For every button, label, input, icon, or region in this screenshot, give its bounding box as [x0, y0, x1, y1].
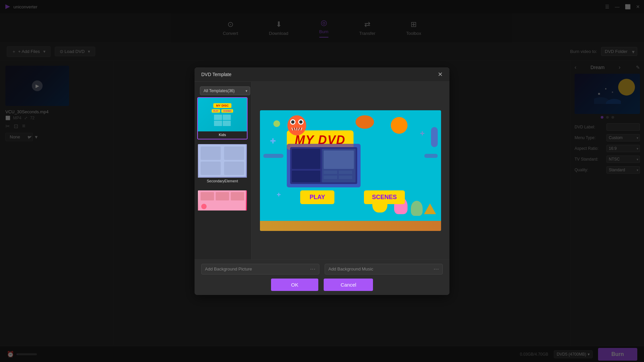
svg-point-16: [201, 204, 207, 209]
bg-picture-more-icon[interactable]: ···: [310, 266, 316, 272]
svg-rect-9: [201, 162, 221, 175]
kids-cell-3: [214, 121, 222, 126]
dvd-scenes-button[interactable]: SCENES: [364, 190, 405, 204]
kids-buttons-row: PLAY SCENES: [212, 109, 233, 113]
modal-title: DVD Template: [201, 72, 231, 77]
template-filter-select[interactable]: All Templates(36) Kids Sport Travel Wedd…: [200, 86, 250, 95]
modal-overlay: DVD Template ✕ All Templates(36) Kids Sp…: [0, 0, 644, 362]
character-head: [391, 117, 408, 134]
kids-grid: [214, 115, 231, 126]
dvd-play-button[interactable]: PLAY: [300, 190, 334, 204]
bg-music-more-icon[interactable]: ···: [434, 266, 439, 272]
modal-body: All Templates(36) Kids Sport Travel Wedd…: [195, 82, 449, 259]
green-character: [411, 201, 423, 216]
pink-preview-svg: [199, 190, 246, 210]
planet-decoration: [356, 115, 374, 129]
template-filter-dropdown-wrap: All Templates(36) Kids Sport Travel Wedd…: [197, 84, 249, 97]
svg-rect-14: [216, 192, 229, 200]
kids-template-preview: MY DISC PLAY SCENES: [198, 98, 247, 131]
star-decoration: [273, 120, 280, 127]
triangle-decoration: [424, 203, 436, 214]
modal-footer: Add Background Picture ··· Add Backgroun…: [195, 259, 449, 295]
svg-rect-22: [324, 171, 337, 174]
dvd-background: ✛ ✛ ✛ MY DVD: [260, 110, 441, 231]
kids-template-label: Kids: [198, 131, 247, 139]
svg-rect-8: [224, 146, 244, 160]
scene-preview-svg: [290, 147, 357, 184]
kids-cell-4: [223, 121, 231, 126]
pink-template-label: [198, 210, 247, 214]
template-card-kids[interactable]: MY DISC PLAY SCENES Kids: [197, 97, 248, 139]
preview-area: ✛ ✛ ✛ MY DVD: [252, 82, 449, 259]
svg-point-26: [287, 115, 306, 135]
bottom-strip: [260, 221, 441, 231]
template-filter-select-wrap: All Templates(36) Kids Sport Travel Wedd…: [200, 86, 250, 95]
cross-decoration: ✛: [270, 137, 276, 145]
cross-decoration-3: ✛: [277, 192, 281, 197]
svg-rect-19: [292, 171, 320, 182]
svg-rect-7: [201, 146, 221, 160]
modal-ok-button[interactable]: OK: [271, 279, 319, 291]
svg-text:My Disc: My Disc: [218, 175, 227, 177]
kids-play-btn: PLAY: [212, 109, 220, 113]
bg-picture-input[interactable]: Add Background Picture ···: [201, 264, 319, 275]
svg-rect-23: [339, 171, 352, 174]
cross-decoration-2: ✛: [420, 130, 424, 137]
svg-point-29: [291, 120, 294, 124]
dvd-preview-canvas: ✛ ✛ ✛ MY DVD: [260, 110, 441, 231]
template-card-secondary[interactable]: My Disc SecondaryElement: [197, 143, 248, 186]
svg-rect-10: [224, 162, 244, 175]
svg-rect-21: [324, 150, 354, 169]
background-controls: Add Background Picture ··· Add Backgroun…: [201, 264, 443, 275]
monster-svg: [287, 114, 307, 137]
bg-music-input[interactable]: Add Background Music ···: [325, 264, 443, 275]
kids-cell-2: [223, 115, 231, 120]
svg-rect-18: [292, 149, 320, 169]
svg-rect-15: [231, 192, 244, 200]
modal-close-button[interactable]: ✕: [438, 71, 443, 77]
modal-actions: OK Cancel: [201, 279, 443, 291]
purple-pill: [431, 127, 438, 147]
secondary-template-label: SecondaryElement: [198, 178, 247, 185]
secondary-template-preview: My Disc: [198, 144, 247, 178]
dvd-template-modal: DVD Template ✕ All Templates(36) Kids Sp…: [195, 67, 449, 295]
modal-header: DVD Template ✕: [195, 67, 449, 82]
svg-rect-13: [201, 192, 214, 200]
kids-title-bar: MY DISC: [213, 103, 231, 108]
blue-bar-right: [424, 154, 438, 158]
modal-cancel-button[interactable]: Cancel: [324, 279, 373, 291]
kids-scenes-btn: SCENES: [221, 109, 233, 113]
scene-preview-box: [287, 144, 361, 187]
blue-bar-left: [263, 154, 283, 158]
bg-music-label: Add Background Music: [328, 266, 434, 272]
monster-character: [287, 114, 307, 137]
pink-template-preview: [198, 190, 247, 210]
template-sidebar: All Templates(36) Kids Sport Travel Wedd…: [195, 82, 252, 259]
svg-rect-24: [324, 176, 337, 179]
svg-rect-25: [339, 176, 352, 179]
template-card-pink[interactable]: [197, 190, 248, 215]
bg-picture-label: Add Background Picture: [205, 266, 310, 272]
svg-point-30: [299, 120, 303, 124]
kids-cell-1: [214, 115, 222, 120]
secondary-preview-svg: My Disc: [199, 145, 246, 177]
